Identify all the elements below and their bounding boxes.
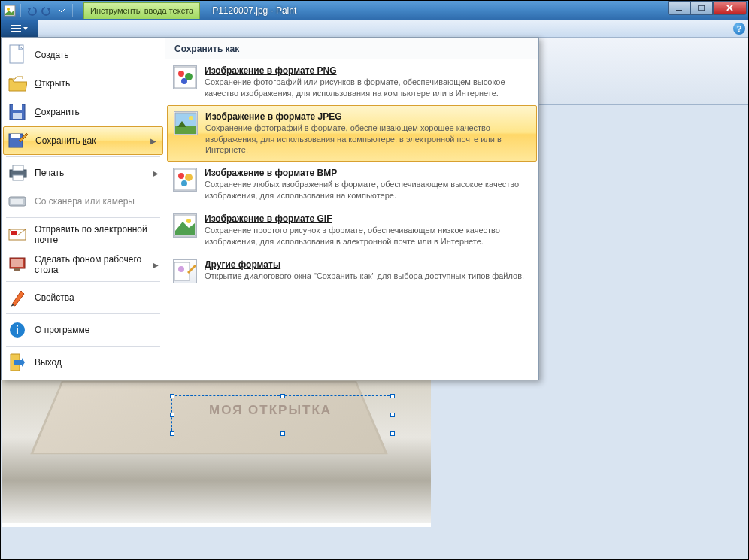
file-menu-item-label: Открыть [35,78,70,89]
save-as-format-bmp[interactable]: Изображение в формате BMPСохранение любы… [165,162,538,207]
file-menu-item-label: Выход [35,357,62,368]
text-selection-box[interactable] [171,395,393,434]
submenu-arrow-icon: ▶ [153,261,159,269]
save-as-format-other[interactable]: Другие форматыОткрытие диалогового окна … [165,253,538,289]
file-menu-item-label: Сохранить [35,107,80,117]
svg-rect-14 [13,165,23,171]
file-menu-button[interactable] [1,20,38,37]
minimize-button[interactable] [668,1,690,15]
svg-point-39 [178,266,184,272]
svg-point-31 [189,116,193,120]
print-icon [8,163,27,183]
file-menu-item-label: Со сканера или камеры [35,196,135,207]
save-as-header: Сохранить как [165,38,538,59]
app-icon [4,5,16,17]
format-desc: Открытие диалогового окна "Сохранить как… [205,271,531,282]
format-desc: Сохранение фотографий в формате, обеспеч… [205,123,530,156]
save-as-format-gif[interactable]: Изображение в формате GIFСохранение прос… [165,207,538,253]
svg-rect-6 [11,31,21,32]
file-menu-item-label: Печать [35,168,64,178]
file-menu-left: СоздатьОткрытьСохранитьСохранить как▶Печ… [2,38,165,380]
format-desc: Сохранение любых изображений в формате, … [205,179,531,201]
window-title: P1120007.jpg - Paint [212,5,296,16]
redo-icon[interactable] [41,5,53,17]
file-menu-item-scanner: Со сканера или камеры [2,187,165,216]
file-menu-item-label: Отправить по электронной почте [35,224,159,245]
format-desc: Сохранение простого рисунок в формате, о… [205,225,531,247]
svg-text:i: i [16,324,19,336]
svg-rect-12 [11,134,20,138]
svg-point-37 [186,219,191,223]
save-icon [8,102,27,122]
help-icon[interactable]: ? [733,23,745,35]
qat-dropdown-icon[interactable] [56,5,68,17]
mail-icon [8,225,27,244]
svg-rect-9 [13,104,22,110]
submenu-arrow-icon: ▶ [153,169,159,177]
titlebar: Инструменты ввода текста P1120007.jpg - … [1,1,748,20]
file-menu-item-label: Создать [35,50,69,60]
file-menu-item-desktop[interactable]: Сделать фоном рабочего стола▶ [2,250,165,280]
jpeg-format-icon [174,111,198,135]
png-format-icon [173,65,197,89]
file-menu-dropdown: СоздатьОткрытьСохранитьСохранить как▶Печ… [1,37,539,380]
desktop-icon [8,255,27,274]
undo-icon[interactable] [26,5,38,17]
file-menu-item-new[interactable]: Создать [2,41,165,69]
format-desc: Сохранение фотографий или рисунков в фор… [205,77,531,99]
file-menu-item-open[interactable]: Открыть [2,69,165,98]
other-format-icon [173,259,197,283]
bmp-format-icon [173,168,197,192]
svg-rect-5 [11,28,21,29]
text-tools-tab[interactable]: Инструменты ввода текста [83,2,200,19]
gif-format-icon [173,213,197,238]
format-title: Другие форматы [205,259,531,270]
saveas-icon [8,131,28,150]
file-menu-item-print[interactable]: Печать▶ [2,159,165,187]
exit-icon [8,353,27,372]
svg-point-28 [181,78,187,84]
file-menu-item-label: Свойства [35,292,74,303]
save-as-format-jpeg[interactable]: Изображение в формате JPEGСохранение фот… [167,105,537,162]
svg-rect-10 [13,113,22,119]
svg-point-33 [178,173,184,179]
file-menu-item-exit[interactable]: Выход [2,348,165,377]
format-title: Изображение в формате PNG [205,65,531,76]
svg-rect-4 [11,25,21,26]
scanner-icon [8,192,27,211]
format-title: Изображение в формате GIF [205,213,531,224]
save-as-panel: Сохранить как Изображение в формате PNGС… [165,38,538,380]
close-button[interactable]: ✕ [713,1,747,15]
svg-point-1 [7,8,10,11]
svg-point-26 [178,71,184,77]
file-menu-item-save[interactable]: Сохранить [2,98,165,126]
format-title: Изображение в формате JPEG [205,111,530,122]
new-icon [8,45,27,65]
open-icon [8,74,27,93]
svg-rect-32 [174,169,196,190]
ribbon-tab-row: ? [1,20,748,38]
maximize-button[interactable] [690,1,713,15]
file-menu-item-props[interactable]: Свойства [2,283,165,312]
file-menu-item-about[interactable]: iО программе [2,316,165,344]
svg-rect-19 [11,231,17,235]
svg-rect-15 [13,175,23,180]
file-menu-item-label: Сделать фоном рабочего стола [35,254,159,275]
svg-rect-17 [11,199,23,204]
about-icon: i [8,320,27,340]
props-icon [8,288,27,307]
svg-rect-2 [676,10,682,11]
svg-rect-21 [11,259,23,267]
svg-point-34 [185,174,193,181]
file-menu-item-label: О программе [35,325,89,335]
save-as-format-png[interactable]: Изображение в формате PNGСохранение фото… [165,59,538,105]
svg-rect-22 [14,268,20,271]
format-title: Изображение в формате BMP [205,168,531,178]
svg-rect-3 [699,5,705,11]
file-menu-item-mail[interactable]: Отправить по электронной почте [2,219,165,250]
file-menu-item-saveas[interactable]: Сохранить как▶ [3,126,163,155]
svg-point-35 [181,180,187,186]
file-menu-item-label: Сохранить как [35,135,96,146]
submenu-arrow-icon: ▶ [150,137,156,145]
